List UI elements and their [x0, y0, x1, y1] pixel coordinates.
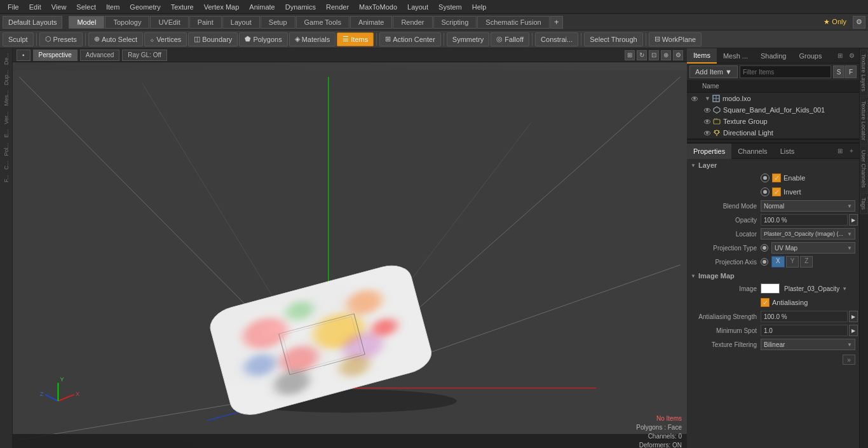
min-spot-input[interactable]	[761, 325, 848, 336]
presets-button[interactable]: ⬡ Presets	[39, 32, 83, 46]
layout-tab-render[interactable]: Render	[393, 16, 432, 29]
menu-render[interactable]: Render	[321, 2, 354, 12]
props-tab-properties[interactable]: Properties	[687, 144, 731, 159]
axis-x-button[interactable]: X	[771, 256, 785, 268]
projection-type-dropdown[interactable]: UV Map ▼	[771, 242, 855, 254]
projection-type-radio[interactable]	[761, 244, 768, 252]
image-swatch[interactable]	[761, 283, 780, 294]
viewport[interactable]: ▪ Perspective Advanced Ray GL: Off ⊞ ↻ ⊡…	[13, 48, 687, 448]
vtab-user-channels[interactable]: User Channels	[860, 146, 868, 193]
sidebar-label-4[interactable]: E...	[2, 127, 11, 140]
menu-view[interactable]: View	[46, 2, 72, 12]
add-layout-button[interactable]: +	[550, 16, 563, 29]
enable-radio[interactable]	[761, 173, 770, 182]
props-tab-lists[interactable]: Lists	[774, 144, 801, 159]
falloff-button[interactable]: ◎ Falloff	[491, 32, 529, 46]
workplane-button[interactable]: ⊟ WorkPlane	[649, 32, 702, 46]
vp-toggle[interactable]: ▪	[17, 50, 31, 61]
locator-dropdown[interactable]: Plaster_03_Opacity (Image) (... ▼	[761, 228, 855, 240]
vertices-button[interactable]: ⬦ Vertices	[144, 32, 187, 46]
layout-tab-uvedit[interactable]: UVEdit	[150, 16, 188, 29]
select-through-button[interactable]: Select Through	[584, 32, 642, 46]
items-f-button[interactable]: F	[845, 65, 857, 78]
menu-select[interactable]: Select	[71, 2, 101, 12]
blend-mode-dropdown[interactable]: Normal ▼	[761, 200, 855, 212]
eye-icon[interactable]	[689, 93, 700, 104]
layout-tab-paint[interactable]: Paint	[189, 16, 222, 29]
vp-raygl[interactable]: Ray GL: Off	[122, 50, 167, 61]
layout-tab-topology[interactable]: Topology	[105, 16, 149, 29]
projection-axis-radio[interactable]	[761, 258, 768, 266]
menu-system[interactable]: System	[433, 2, 467, 12]
vtab-texture-locator[interactable]: Texture Locator	[860, 97, 868, 145]
opacity-arrow-icon[interactable]: ▶	[849, 214, 858, 226]
layout-tab-layout[interactable]: Layout	[222, 16, 260, 29]
sidebar-label-2[interactable]: Mes...	[2, 88, 11, 108]
vp-icon-rotate[interactable]: ↻	[637, 50, 647, 60]
item-label-texture[interactable]: Texture Group	[723, 118, 768, 125]
layout-tab-schematic[interactable]: Schematic Fusion	[477, 16, 549, 29]
menu-edit[interactable]: Edit	[24, 2, 46, 12]
vtab-tags[interactable]: Tags	[860, 193, 868, 214]
antialias-checkbox[interactable]: ✓	[761, 298, 770, 307]
items-filter-input[interactable]	[740, 65, 831, 78]
vtab-texture-layers[interactable]: Texture Layers	[860, 50, 868, 96]
layout-tab-gametools[interactable]: Game Tools	[296, 16, 350, 29]
boundary-button[interactable]: ◫ Boundary	[188, 32, 238, 46]
menu-vertexmap[interactable]: Vertex Map	[199, 2, 245, 12]
eye-icon[interactable]	[702, 116, 712, 126]
layout-tab-model[interactable]: Model	[69, 16, 104, 29]
sculpt-button[interactable]: Sculpt	[3, 32, 34, 46]
panel-tab-items[interactable]: Items	[687, 48, 717, 64]
polygons-button[interactable]: ⬟ Polygons	[239, 32, 287, 46]
materials-button[interactable]: ◈ Materials	[289, 32, 336, 46]
menu-animate[interactable]: Animate	[244, 2, 280, 12]
item-label-band[interactable]: Square_Band_Aid_for_Kids_001	[723, 106, 825, 114]
items-s-button[interactable]: S	[833, 65, 844, 78]
sidebar-label-6[interactable]: C...	[2, 159, 11, 172]
symmetry-button[interactable]: Symmetry	[447, 32, 490, 46]
list-item[interactable]: Square_Band_Aid_for_Kids_001	[687, 104, 859, 116]
layout-tab-setup[interactable]: Setup	[261, 16, 295, 29]
item-label-modo[interactable]: modo.lxo	[722, 95, 751, 102]
texture-filtering-dropdown[interactable]: Bilinear ▼	[761, 339, 855, 350]
sidebar-label-3[interactable]: Ver...	[2, 109, 11, 126]
sidebar-label-5[interactable]: Pol...	[2, 141, 11, 158]
list-item[interactable]: ▼ modo.lxo	[687, 93, 859, 104]
layout-dropdown[interactable]: Default Layouts	[3, 16, 62, 29]
props-right-arrow-button[interactable]: »	[843, 355, 855, 365]
eye-icon[interactable]	[702, 128, 712, 138]
axis-y-button[interactable]: Y	[786, 256, 799, 268]
vp-perspective[interactable]: Perspective	[33, 50, 78, 61]
antialias-strength-arrow[interactable]: ▶	[849, 311, 858, 322]
panel-tab-groups[interactable]: Groups	[792, 48, 828, 64]
opacity-input[interactable]	[761, 214, 848, 226]
vp-icon-zoom[interactable]: ⊕	[661, 50, 671, 60]
add-item-button[interactable]: Add Item ▼	[689, 65, 738, 78]
menu-help[interactable]: Help	[467, 2, 492, 12]
invert-checkbox[interactable]: ✓	[772, 187, 781, 196]
panel-tab-shading[interactable]: Shading	[754, 48, 792, 64]
expand-arrow[interactable]: ▼	[705, 95, 710, 102]
layout-tab-animate[interactable]: Animate	[350, 16, 392, 29]
props-expand-icon[interactable]: ⊞	[835, 146, 845, 156]
invert-radio[interactable]	[761, 187, 770, 196]
menu-dynamics[interactable]: Dynamics	[280, 2, 321, 12]
menu-geometry[interactable]: Geometry	[125, 2, 165, 12]
menu-maxtomodo[interactable]: MaxToModo	[354, 2, 402, 12]
eye-icon[interactable]	[702, 105, 712, 115]
props-plus-icon[interactable]: +	[846, 146, 857, 156]
items-button[interactable]: ☰ Items	[337, 32, 374, 46]
layout-tab-scripting[interactable]: Scripting	[433, 16, 477, 29]
menu-file[interactable]: File	[3, 2, 24, 12]
antialias-strength-input[interactable]	[761, 311, 848, 322]
vp-icon-camera[interactable]: ⊞	[625, 50, 635, 60]
min-spot-arrow-icon[interactable]: ▶	[849, 325, 858, 336]
constraints-button[interactable]: Constrai...	[535, 32, 578, 46]
panel-expand-icon[interactable]: ⊞	[835, 51, 845, 61]
auto-select-button[interactable]: ⊕ Auto Select	[88, 32, 143, 46]
menu-layout[interactable]: Layout	[402, 2, 433, 12]
sidebar-label-7[interactable]: F...	[2, 173, 11, 184]
list-item[interactable]: Directional Light	[687, 127, 859, 139]
canvas-area[interactable]: X Z Y No Items Polygons : Face Channels:…	[13, 62, 687, 448]
